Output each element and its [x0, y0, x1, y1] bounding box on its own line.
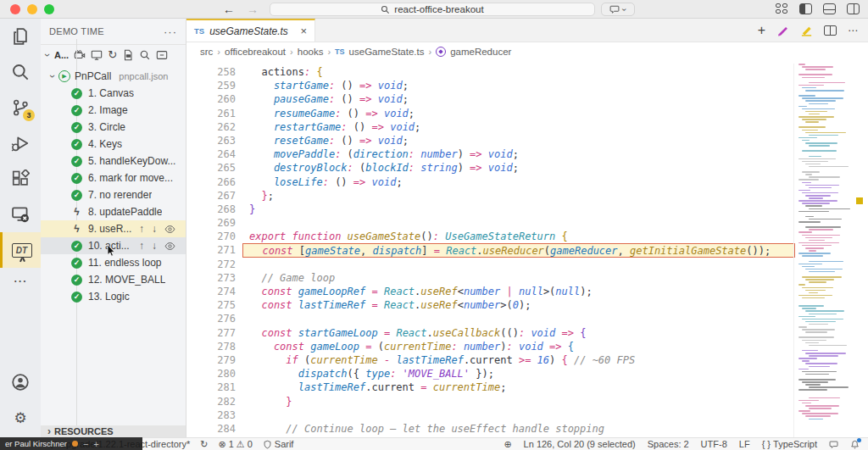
settings-gear-icon[interactable]: ⚙ — [0, 400, 41, 436]
notifications-bell-icon[interactable] — [850, 440, 860, 449]
code-line[interactable]: 259startGame: () => void; — [186, 79, 868, 92]
purple-marker-icon[interactable] — [776, 24, 789, 36]
code-line[interactable]: 269 — [186, 216, 868, 230]
customize-layout-icon[interactable] — [776, 3, 788, 14]
move-up-icon[interactable]: ↑ — [139, 223, 144, 235]
indentation-item[interactable]: Spaces: 2 — [648, 439, 689, 449]
breadcrumb-symbol[interactable]: gameReducer — [450, 47, 511, 57]
search-view-icon[interactable] — [0, 54, 41, 90]
breadcrumb-hooks[interactable]: hooks — [298, 47, 324, 57]
demo-step-item[interactable]: ✓1. Canvas — [41, 85, 186, 102]
screencast-item[interactable]: ⊕ — [504, 439, 511, 450]
demo-step-item[interactable]: ✓12. MOVE_BALL — [41, 271, 186, 288]
feedback-icon[interactable] — [829, 440, 838, 449]
remote-explorer-icon[interactable] — [0, 197, 41, 232]
eol-item[interactable]: LF — [739, 439, 750, 449]
demo-step-item[interactable]: ✓5. handleKeyDow... — [41, 153, 186, 169]
cursor-position-item[interactable]: Ln 126, Col 20 (9 selected) — [524, 439, 636, 449]
demo-time-view-icon[interactable]: DT — [0, 232, 41, 268]
tab-usegamestate[interactable]: TS useGameState.ts × — [186, 19, 315, 42]
preview-eye-icon[interactable] — [164, 224, 175, 235]
problems-item[interactable]: ⊗ 1 ⚠ 0 — [218, 439, 252, 450]
move-down-icon[interactable]: ↓ — [152, 223, 157, 235]
demo-step-item[interactable]: ✓3. Circle — [41, 119, 186, 136]
code-line[interactable]: 265destroyBlock: (blockId: string) => vo… — [186, 161, 868, 175]
run-debug-icon[interactable] — [0, 125, 41, 161]
code-line[interactable]: 270export function useGameState(): UseGa… — [186, 230, 868, 243]
copilot-chat-button[interactable]: › — [601, 3, 635, 16]
additional-views-icon[interactable]: ⋯ — [0, 268, 41, 293]
section-chevron-icon[interactable]: › — [42, 53, 53, 57]
maximize-window-button[interactable] — [44, 4, 54, 14]
minimap[interactable] — [797, 64, 858, 437]
code-line[interactable]: 274const gameLoopRef = React.useRef<numb… — [186, 285, 868, 298]
zoom-in-control[interactable]: + — [93, 439, 98, 449]
code-line[interactable]: 275const lastTimeRef = React.useRef<numb… — [186, 298, 868, 312]
code-line[interactable]: 262restartGame: () => void; — [186, 120, 868, 134]
account-icon[interactable] — [0, 364, 41, 400]
sync-item[interactable]: ↻ — [200, 439, 208, 450]
code-line[interactable]: 282} — [186, 395, 868, 408]
code-line[interactable]: 272 — [186, 258, 868, 271]
code-line[interactable]: 281lastTimeRef.current = currentTime; — [186, 381, 868, 394]
close-tab-icon[interactable]: × — [300, 25, 307, 37]
slide-card-icon[interactable] — [156, 49, 168, 61]
sarif-item[interactable]: Sarif — [263, 439, 294, 449]
demo-step-item[interactable]: ϟ9. useR...↑↓ — [41, 220, 186, 237]
demo-step-item[interactable]: ϟ8. updatePaddle — [41, 203, 186, 220]
yellow-highlighter-icon[interactable] — [800, 24, 813, 36]
demo-step-item[interactable]: ✓10. acti...↑↓ — [41, 237, 186, 254]
code-editor[interactable]: 258actions: {259startGame: () => void;26… — [186, 61, 868, 437]
minimize-window-button[interactable] — [27, 4, 37, 14]
code-line[interactable]: 283 — [186, 408, 868, 422]
move-down-icon[interactable]: ↓ — [152, 240, 157, 252]
command-center-search[interactable]: react-office-breakout — [270, 3, 595, 16]
export-pdf-icon[interactable] — [122, 49, 134, 61]
close-window-button[interactable] — [10, 4, 20, 14]
extensions-icon[interactable] — [0, 161, 41, 197]
demo-step-item[interactable]: ✓6. mark for move... — [41, 169, 186, 186]
breadcrumb-officebreakout[interactable]: officebreakout — [225, 47, 286, 57]
search-demos-icon[interactable] — [139, 49, 151, 61]
breadcrumb-src[interactable]: src — [200, 47, 213, 57]
toggle-secondary-sidebar-icon[interactable] — [847, 3, 860, 14]
resources-section[interactable]: › RESOURCES — [41, 425, 186, 437]
new-file-icon[interactable]: + — [758, 23, 765, 38]
sidebar-more-actions-icon[interactable]: ··· — [164, 25, 177, 38]
language-item[interactable]: { } TypeScript — [762, 439, 817, 449]
toggle-panel-icon[interactable] — [823, 3, 836, 14]
preview-eye-icon[interactable] — [164, 241, 175, 252]
breadcrumb-file[interactable]: useGameState.ts — [349, 47, 425, 57]
toggle-sidebar-icon[interactable] — [799, 3, 812, 14]
back-icon[interactable]: ← — [223, 3, 235, 16]
encoding-item[interactable]: UTF-8 — [701, 439, 727, 449]
code-line[interactable]: 264movePaddle: (direction: number) => vo… — [186, 147, 868, 161]
demo-step-item[interactable]: ✓13. Logic — [41, 288, 186, 305]
demo-step-item[interactable]: ✓7. no rerender — [41, 186, 186, 203]
tree-root-pnpcall[interactable]: › ▶ PnPCall pnpcall.json — [41, 68, 186, 85]
presentation-screen-icon[interactable] — [91, 49, 103, 61]
code-line[interactable]: 266loseLife: () => void; — [186, 175, 868, 189]
split-editor-icon[interactable] — [824, 25, 837, 36]
code-line[interactable]: 267}; — [186, 189, 868, 203]
zoom-out-control[interactable]: − — [83, 439, 88, 449]
code-line[interactable]: 268} — [186, 203, 868, 216]
code-line[interactable]: 277const startGameLoop = React.useCallba… — [186, 326, 868, 340]
code-line[interactable]: 276 — [186, 312, 868, 325]
move-up-icon[interactable]: ↑ — [139, 240, 144, 252]
code-line[interactable]: 260pauseGame: () => void; — [186, 92, 868, 106]
code-line[interactable]: 273// Game loop — [186, 271, 868, 285]
demo-step-item[interactable]: ✓2. Image — [41, 102, 186, 119]
source-control-icon[interactable]: 3 — [0, 90, 41, 125]
editor-more-actions-icon[interactable]: ⋯ — [848, 25, 858, 36]
demo-step-item[interactable]: ✓4. Keys — [41, 136, 186, 153]
code-line[interactable]: 263resetGame: () => void; — [186, 134, 868, 147]
code-line[interactable]: 258actions: { — [186, 65, 868, 79]
code-line[interactable]: 261resumeGame: () => void; — [186, 107, 868, 120]
code-line[interactable]: 278const gameLoop = (currentTime: number… — [186, 340, 868, 353]
highlighted-code-line[interactable]: 271const [gameState, dispatch] = React.u… — [186, 243, 868, 257]
explorer-icon[interactable] — [0, 19, 41, 54]
code-line[interactable]: 284// Continue loop – let the useEffect … — [186, 422, 868, 436]
forward-icon[interactable]: → — [247, 3, 259, 16]
code-line[interactable]: 280dispatch({ type: 'MOVE_BALL' }); — [186, 367, 868, 381]
